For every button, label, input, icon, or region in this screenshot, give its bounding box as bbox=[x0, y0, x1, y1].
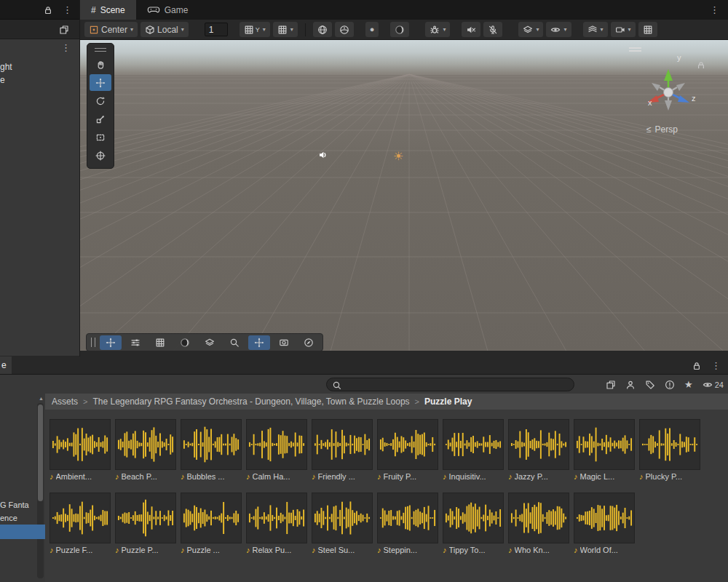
audio-mute-button[interactable] bbox=[462, 22, 480, 37]
breadcrumb-item[interactable]: Assets bbox=[52, 396, 78, 407]
debug-gizmos-button[interactable]: ▾ bbox=[425, 22, 450, 37]
lock-icon[interactable] bbox=[43, 5, 52, 14]
overlay-layers-button[interactable] bbox=[199, 335, 221, 350]
audio-asset-tile[interactable]: ♪ Steppin... bbox=[377, 493, 440, 554]
hierarchy-item-partial[interactable]: e bbox=[0, 75, 5, 85]
axis-y-label[interactable]: y bbox=[677, 53, 681, 62]
audio-asset-tile[interactable]: ♪ Relax Pu... bbox=[246, 493, 309, 554]
audio-waveform-thumbnail bbox=[574, 493, 635, 543]
stacked-layers-icon bbox=[587, 25, 598, 35]
directional-light-gizmo-icon[interactable]: ☀ bbox=[393, 151, 403, 162]
popout-window-icon[interactable] bbox=[606, 380, 616, 390]
audio-asset-tile[interactable]: ♪ Puzzle F... bbox=[50, 493, 112, 554]
audio-asset-tile[interactable]: ♪ Ambient... bbox=[50, 419, 112, 481]
overlay-camera-button[interactable] bbox=[273, 335, 295, 350]
axis-z-label[interactable]: z bbox=[692, 94, 696, 103]
folder-item-partial[interactable]: ence bbox=[0, 514, 17, 522]
asset-name-label: Tippy To... bbox=[449, 546, 486, 554]
tab-game[interactable]: Game bbox=[136, 0, 199, 20]
audio-asset-tile[interactable]: ♪ Fruity P... bbox=[377, 419, 440, 481]
alert-icon[interactable] bbox=[665, 380, 675, 390]
overlay-drag-handle[interactable] bbox=[91, 338, 95, 347]
scene-pickability-button[interactable]: ▾ bbox=[583, 22, 608, 37]
scrollbar-track[interactable] bbox=[37, 403, 44, 578]
scene-lighting-button[interactable] bbox=[390, 22, 409, 37]
audio-asset-tile[interactable]: ♪ Jazzy P... bbox=[508, 419, 571, 481]
rect-tool-button[interactable] bbox=[90, 129, 111, 146]
audio-asset-tile[interactable]: ♪ Beach P... bbox=[115, 419, 178, 481]
shading-mode-button[interactable] bbox=[313, 22, 332, 37]
view-hand-tool-button[interactable] bbox=[90, 56, 111, 73]
audio-asset-tile[interactable]: ♪ Puzzle P... bbox=[115, 493, 178, 554]
audio-asset-tile[interactable]: ♪ Tippy To... bbox=[443, 493, 505, 554]
scroll-up-arrow[interactable]: ▲ bbox=[39, 396, 44, 401]
grid-size-input[interactable] bbox=[205, 23, 228, 36]
kebab-menu-icon[interactable]: ⋮ bbox=[710, 5, 728, 15]
pivot-mode-button[interactable]: Center ▾ bbox=[84, 22, 138, 37]
grid-snap-axis-button[interactable]: Y ▾ bbox=[240, 22, 270, 37]
folder-item-selected[interactable] bbox=[0, 525, 45, 539]
visible-items-toggle[interactable]: 24 bbox=[703, 380, 724, 390]
project-search-box[interactable] bbox=[326, 378, 574, 391]
label-tag-icon[interactable] bbox=[645, 380, 655, 390]
project-search-input[interactable] bbox=[344, 380, 569, 390]
mic-mute-button[interactable] bbox=[483, 22, 502, 37]
audio-asset-tile[interactable]: ♪ Plucky P... bbox=[639, 419, 702, 481]
audio-source-gizmo-icon[interactable] bbox=[318, 150, 328, 159]
overlay-view-options-button[interactable] bbox=[174, 335, 196, 350]
audio-waveform-thumbnail bbox=[377, 493, 438, 543]
scene-visibility-button[interactable]: ▾ bbox=[518, 22, 543, 37]
tab-scene[interactable]: # Scene bbox=[80, 0, 136, 20]
grid-visibility-button[interactable]: ▾ bbox=[273, 22, 298, 37]
axis-x-label[interactable]: x bbox=[648, 98, 652, 107]
lock-icon[interactable] bbox=[696, 60, 704, 68]
breadcrumb-item[interactable]: The Legendary RPG Fantasy Orchestra - Du… bbox=[92, 396, 409, 407]
kebab-menu-icon[interactable]: ⋮ bbox=[63, 5, 72, 15]
tab-scene-label: Scene bbox=[100, 5, 125, 15]
rotate-tool-button[interactable] bbox=[90, 92, 111, 109]
transform-tool-button[interactable] bbox=[90, 147, 111, 164]
scene-viewport[interactable]: y x z ≤ Persp ☀ bbox=[80, 40, 728, 351]
handle-orientation-button[interactable]: Local ▾ bbox=[141, 22, 189, 37]
audio-waveform-thumbnail bbox=[115, 419, 176, 470]
favorites-star-icon[interactable]: ★ bbox=[684, 380, 693, 389]
audio-asset-tile[interactable]: ♪ Inquisitiv... bbox=[443, 419, 505, 481]
overlay-orientation-button[interactable] bbox=[298, 335, 320, 350]
overlay-move-tool-button[interactable] bbox=[100, 335, 122, 350]
scene-fx-button[interactable] bbox=[335, 22, 354, 37]
visibility-toggle-button[interactable]: ▾ bbox=[546, 22, 571, 37]
skybox-toggle-button[interactable]: ● bbox=[365, 22, 379, 37]
audio-asset-tile[interactable]: ♪ Puzzle ... bbox=[181, 493, 243, 554]
audio-asset-tile[interactable]: ♪ World Of... bbox=[574, 493, 636, 554]
kebab-menu-icon[interactable]: ⋮ bbox=[711, 361, 721, 370]
palette-drag-handle[interactable] bbox=[95, 48, 106, 52]
projection-toggle[interactable]: ≤ Persp bbox=[646, 124, 678, 135]
move-tool-button[interactable] bbox=[90, 74, 111, 91]
kebab-menu-icon[interactable]: ⋮ bbox=[61, 43, 71, 52]
project-tab-partial[interactable]: e bbox=[0, 356, 12, 374]
scrollbar-thumb[interactable] bbox=[38, 404, 43, 501]
folder-item-partial[interactable]: G Fanta bbox=[0, 501, 29, 509]
audio-asset-tile[interactable]: ♪ Friendly ... bbox=[312, 419, 374, 481]
overlay-tool-settings-button[interactable] bbox=[124, 335, 146, 350]
hierarchy-item-partial[interactable]: ght bbox=[0, 62, 12, 72]
grid-settings-button[interactable] bbox=[638, 22, 657, 37]
audio-asset-tile[interactable]: ♪ Calm Ha... bbox=[246, 419, 309, 481]
lock-icon[interactable] bbox=[692, 361, 700, 370]
overlay-grid-snap-button[interactable] bbox=[149, 335, 171, 350]
overlay-search-button[interactable] bbox=[223, 335, 245, 350]
scale-tool-button[interactable] bbox=[90, 111, 111, 127]
breadcrumb-item-current[interactable]: Puzzle Play bbox=[424, 396, 472, 407]
music-note-icon: ♪ bbox=[115, 546, 119, 554]
audio-asset-tile[interactable]: ♪ Magic L... bbox=[574, 419, 636, 481]
audio-asset-tile[interactable]: ♪ Steel Su... bbox=[312, 493, 374, 554]
collab-person-icon[interactable] bbox=[625, 380, 636, 390]
overlay-menu-handle[interactable] bbox=[629, 47, 641, 52]
audio-asset-tile[interactable]: ♪ Who Kn... bbox=[508, 493, 571, 554]
overlay-transform-button[interactable] bbox=[248, 335, 270, 350]
scene-orientation-gizmo[interactable]: y x z bbox=[632, 53, 705, 126]
camera-icon bbox=[279, 338, 289, 348]
camera-settings-button[interactable]: ▾ bbox=[611, 22, 636, 37]
popout-window-icon[interactable] bbox=[59, 25, 68, 34]
audio-asset-tile[interactable]: ♪ Bubbles ... bbox=[181, 419, 243, 481]
